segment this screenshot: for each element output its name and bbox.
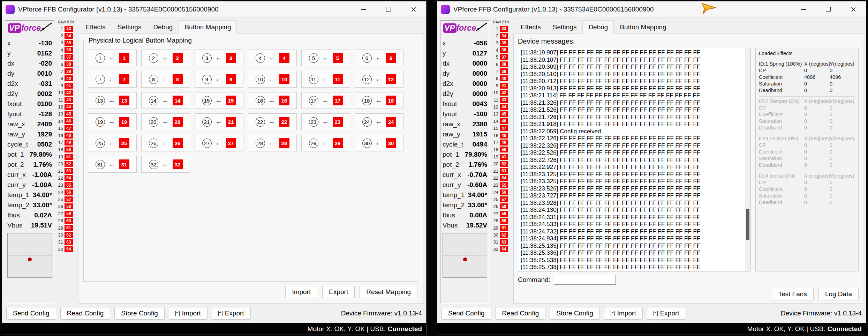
button-mapping-cell[interactable]: 4←4	[248, 50, 297, 66]
button-mapping-cell[interactable]: 11←11	[301, 71, 350, 88]
raw-btn-index: 10	[492, 90, 498, 95]
telemetry-row: raw_x2380	[443, 119, 487, 129]
telemetry-label: d2y	[443, 90, 453, 98]
button-mapping-cell[interactable]: 25←25	[88, 135, 137, 151]
read-config-button[interactable]: Read Config	[60, 307, 111, 320]
device-message: [11:38:19.907] FF FF FF FF FF FF FF FF F…	[521, 49, 742, 57]
effect-header: ID:1 Spring (100%)X (neg|pos)Y(neg|pos)	[759, 61, 855, 67]
effect-x-header: X (neg|pos)	[804, 61, 830, 67]
tab-settings[interactable]: Settings	[547, 20, 583, 33]
telemetry-label: Ibus	[443, 211, 455, 219]
button-mapping-cell[interactable]: 7←7	[88, 71, 137, 88]
maximize-icon	[386, 7, 391, 12]
physical-button-number: 30	[362, 139, 372, 148]
raw-btn-index: 13	[57, 111, 63, 117]
raw-btn-state: 46	[500, 118, 508, 124]
button-mapping-cell[interactable]: 20←20	[141, 113, 190, 130]
minimize-button[interactable]	[791, 1, 816, 17]
store-config-button[interactable]: Store Config	[550, 307, 600, 320]
tab-effects[interactable]: Effects	[515, 20, 547, 33]
test-fans-button[interactable]: Test Fans	[772, 288, 814, 300]
import-button[interactable]: Import	[285, 286, 317, 298]
titlebar[interactable]: VPforce FFB Configurator (v1.0.13) - 335…	[437, 1, 866, 17]
button-mapping-cell[interactable]: 12←12	[355, 71, 403, 88]
close-button[interactable]	[841, 1, 866, 17]
raw-btn-row: 2860	[57, 217, 75, 224]
physical-button-number: 9	[202, 75, 212, 84]
send-config-button[interactable]: Send Config	[6, 307, 56, 320]
button-mapping-cell[interactable]: 15←15	[195, 92, 243, 109]
button-mapping-cell[interactable]: 31←31	[88, 156, 137, 173]
read-config-button[interactable]: Read Config	[496, 307, 546, 320]
button-mapping-cell[interactable]: 8←8	[141, 71, 190, 88]
command-input[interactable]	[554, 275, 616, 285]
store-config-button[interactable]: Store Config	[114, 307, 165, 320]
arrow-left-icon: ←	[162, 75, 169, 83]
tab-debug[interactable]: Debug	[582, 20, 614, 34]
tab-button-mapping[interactable]: Button Mapping	[179, 20, 237, 34]
button-mapping-cell[interactable]: 22←22	[248, 113, 297, 130]
telemetry-value: 19.52V	[466, 222, 487, 229]
button-mapping-cell[interactable]: 5←5	[301, 50, 350, 66]
device-messages-list[interactable]: [11:38:19.907] FF FF FF FF FF FF FF FF F…	[518, 48, 750, 271]
titlebar[interactable]: VPforce FFB Configurator (v1.0.13) - 335…	[2, 1, 426, 17]
button-mapping-cell[interactable]: 26←26	[141, 135, 190, 151]
export-button[interactable]: Export	[322, 286, 355, 298]
close-button[interactable]	[401, 1, 426, 17]
reset-mapping-button[interactable]: Reset Mapping	[360, 286, 417, 298]
button-mapping-cell[interactable]: 2←2	[141, 50, 190, 66]
button-mapping-cell[interactable]: 28←28	[248, 135, 297, 151]
button-mapping-cell[interactable]: 19←19	[88, 113, 137, 130]
button-mapping-cell[interactable]: 32←32	[141, 156, 190, 173]
telemetry-label: y	[7, 50, 11, 57]
raw-btn-row: 1648	[57, 132, 75, 139]
export-button[interactable]: Export	[212, 307, 251, 320]
loaded-effects-title: Loaded Effects	[759, 51, 855, 56]
button-mapping-cell[interactable]: 23←23	[301, 113, 350, 130]
button-mapping-cell[interactable]: 21←21	[195, 113, 243, 130]
minimize-button[interactable]	[351, 1, 376, 17]
messages-scrollbar[interactable]	[745, 48, 750, 271]
button-mapping-cell[interactable]: 24←24	[355, 113, 403, 130]
physical-button-number: 14	[149, 96, 158, 105]
button-mapping-cell[interactable]: 17←17	[301, 92, 350, 109]
raw-btn-row: 1648	[492, 132, 511, 139]
button-mapping-cell[interactable]: 27←27	[195, 135, 243, 151]
tab-button-mapping[interactable]: Button Mapping	[614, 20, 672, 33]
button-mapping-cell[interactable]: 18←18	[355, 92, 403, 109]
button-mapping-cell[interactable]: 29←29	[301, 135, 350, 151]
button-mapping-cell[interactable]: 3←3	[195, 50, 243, 66]
send-config-button[interactable]: Send Config	[441, 307, 491, 320]
button-mapping-cell[interactable]: 14←14	[141, 92, 190, 109]
raw-btn-state: 57	[65, 196, 73, 202]
raw-btn-index: 2	[492, 33, 498, 38]
button-mapping-cell[interactable]: 16←16	[248, 92, 297, 109]
button-mapping-cell[interactable]: 10←10	[248, 71, 297, 88]
import-button[interactable]: Import	[604, 307, 643, 320]
scrollbar-thumb[interactable]	[746, 209, 749, 240]
tab-debug[interactable]: Debug	[147, 20, 179, 33]
effect-x-header: X (neg|pos)	[804, 135, 830, 142]
tab-effects[interactable]: Effects	[80, 20, 112, 33]
raw-btn-row: 1951	[57, 153, 75, 160]
arrow-left-icon: ←	[109, 160, 115, 168]
button-mapping-cell[interactable]: 1←1	[88, 50, 137, 66]
export-button[interactable]: Export	[647, 307, 686, 320]
maximize-button[interactable]	[816, 1, 841, 17]
button-mapping-cell[interactable]: 9←9	[195, 71, 243, 88]
raw-btn-index: 13	[492, 111, 498, 117]
tab-settings[interactable]: Settings	[112, 20, 148, 33]
effect-param-row: Coefficient40964096	[759, 74, 855, 81]
logo-needle-icon	[39, 22, 53, 32]
raw-btn-index: 25	[57, 197, 63, 202]
button-mapping-cell[interactable]: 6←6	[355, 50, 403, 66]
button-mapping-cell[interactable]: 13←13	[88, 92, 137, 109]
status-text: Motor X: OK, Y: OK | USB:	[308, 325, 386, 333]
raw-btn-state: 43	[65, 97, 73, 103]
raw-btn-state: 41	[65, 83, 73, 89]
button-mapping-cell[interactable]: 30←30	[355, 135, 403, 151]
effect-param-row: Coefficient00	[759, 186, 855, 193]
import-button[interactable]: Import	[169, 307, 207, 320]
log-data-button[interactable]: Log Data	[818, 288, 859, 300]
maximize-button[interactable]	[376, 1, 401, 17]
